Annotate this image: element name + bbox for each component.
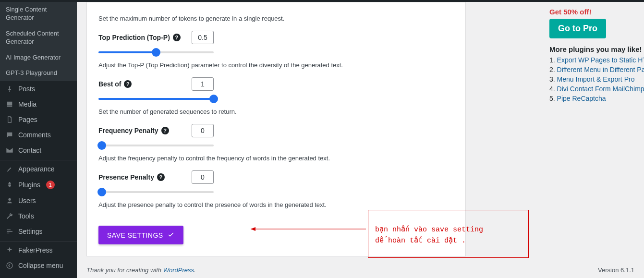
slider-freq[interactable]: [98, 142, 214, 149]
desc-best-of: Set the number of generated sequences to…: [98, 108, 457, 115]
label-pres: Presence Penalty?: [98, 173, 185, 181]
slider-best-of[interactable]: [98, 96, 214, 102]
collapse-icon: [5, 262, 14, 269]
sidebar-subitem[interactable]: Single Content Generator: [0, 2, 77, 26]
label-top-p: Top Prediction (Top-P)?: [98, 34, 185, 41]
update-badge: 1: [46, 181, 55, 189]
plugin-list-item: 3. Menu Import & Export Pro: [549, 75, 644, 83]
promo-sidebar: Get 50% off! Go to Pro More plugins you …: [549, 8, 644, 104]
sidebar-item-settings[interactable]: Settings: [0, 224, 77, 239]
help-icon[interactable]: ?: [124, 80, 132, 88]
max-tokens-desc: Set the maximum number of tokens to gene…: [98, 15, 457, 22]
sidebar-item-comments[interactable]: Comments: [0, 127, 77, 143]
sliders-icon: [5, 228, 14, 235]
plugin-link[interactable]: Pipe ReCaptcha: [557, 95, 606, 102]
sidebar-item-label: Users: [18, 197, 36, 205]
admin-sidebar: Single Content GeneratorScheduled Conten…: [0, 2, 77, 278]
spark-icon: [5, 246, 14, 254]
help-icon[interactable]: ?: [161, 127, 169, 134]
sidebar-subitem[interactable]: GPT-3 Playground: [0, 65, 77, 81]
plugin-list-item: 5. Pipe ReCaptcha: [549, 95, 644, 102]
sidebar-item-posts[interactable]: Posts: [0, 81, 77, 97]
sidebar-item-tools[interactable]: Tools: [0, 208, 77, 224]
sidebar-item-label: Tools: [18, 212, 34, 220]
promo-title: Get 50% off!: [549, 8, 644, 16]
field-frequency-penalty: Frequency Penalty?: [98, 124, 457, 149]
sidebar-item-label: Comments: [18, 131, 51, 139]
plugin-list-item: 1. Export WP Pages to Static HTML/CSS: [549, 56, 644, 64]
label-freq: Frequency Penalty?: [98, 127, 185, 134]
go-to-pro-button[interactable]: Go to Pro: [549, 19, 606, 38]
annotation-box: bạn nhấn vào save setting để hoàn tất cà…: [368, 210, 529, 258]
save-settings-button[interactable]: SAVE SETTINGS: [98, 226, 183, 244]
pin-icon: [5, 85, 14, 93]
sidebar-item-users[interactable]: Users: [0, 193, 77, 208]
desc-pres: Adjust the presence penalty to control t…: [98, 201, 457, 208]
sidebar-item-label: Collapse menu: [18, 262, 63, 269]
sidebar-item-appearance[interactable]: Appearance: [0, 160, 77, 177]
sidebar-item-label: Plugins: [18, 181, 40, 189]
help-icon[interactable]: ?: [173, 34, 181, 41]
slider-top-p[interactable]: [98, 49, 214, 56]
sidebar-item-collapse-menu[interactable]: Collapse menu: [0, 258, 77, 273]
more-plugins-title: More plugins you may like!: [549, 45, 644, 53]
sidebar-item-label: FakerPress: [18, 246, 53, 254]
input-pres[interactable]: [192, 170, 214, 184]
annotation-arrow: [251, 226, 366, 230]
desc-freq: Adjust the frequency penalty to control …: [98, 155, 457, 162]
svg-marker-2: [251, 227, 255, 231]
input-best-of[interactable]: [192, 77, 214, 91]
sidebar-item-pages[interactable]: Pages: [0, 112, 77, 127]
label-best-of: Best of?: [98, 80, 185, 88]
media-icon: [5, 100, 14, 108]
page-icon: [5, 116, 14, 123]
mail-icon: [5, 146, 14, 154]
version-text: Version 6.1.1: [598, 266, 634, 278]
plug-icon: [5, 181, 14, 189]
admin-footer: Thank you for creating with WordPress. V…: [86, 265, 644, 278]
plugin-link[interactable]: Menu Import & Export Pro: [557, 75, 635, 83]
check-icon: [167, 230, 175, 240]
desc-top-p: Adjust the Top-P (Top Prediction) parame…: [98, 61, 457, 69]
plugin-list-item: 4. Divi Contact Form MailChimp Extension: [549, 85, 644, 93]
sidebar-item-plugins[interactable]: Plugins1: [0, 177, 77, 193]
sidebar-subitem[interactable]: Scheduled Content Generator: [0, 26, 77, 50]
help-icon[interactable]: ?: [157, 173, 165, 181]
plugin-link[interactable]: Different Menu in Different Pages: [557, 66, 644, 73]
sidebar-item-label: Contact: [18, 146, 41, 154]
plugin-link[interactable]: Divi Contact Form MailChimp Extension: [557, 85, 644, 93]
field-best-of: Best of?: [98, 77, 457, 102]
user-icon: [5, 197, 14, 205]
sidebar-item-fakerpress[interactable]: FakerPress: [0, 241, 77, 258]
brush-icon: [5, 165, 14, 173]
sidebar-subitem[interactable]: AI Image Generator: [0, 50, 77, 66]
wordpress-link[interactable]: WordPress: [163, 266, 194, 274]
field-presence-penalty: Presence Penalty?: [98, 170, 457, 195]
plugin-link[interactable]: Export WP Pages to Static HTML/CSS: [557, 56, 644, 64]
wrench-icon: [5, 212, 14, 220]
sidebar-item-contact[interactable]: Contact: [0, 143, 77, 158]
sidebar-item-media[interactable]: Media: [0, 97, 77, 112]
sidebar-item-label: Pages: [18, 116, 37, 123]
slider-pres[interactable]: [98, 189, 214, 195]
field-top-p: Top Prediction (Top-P)?: [98, 31, 457, 56]
input-top-p[interactable]: [192, 31, 214, 44]
sidebar-item-label: Settings: [18, 228, 43, 235]
sidebar-item-label: Appearance: [18, 165, 55, 173]
sidebar-item-label: Media: [18, 100, 36, 108]
input-freq[interactable]: [192, 124, 214, 137]
plugin-list-item: 2. Different Menu in Different Pages: [549, 66, 644, 73]
sidebar-item-label: Posts: [18, 85, 35, 93]
svg-point-0: [7, 263, 12, 268]
comment-icon: [5, 131, 14, 139]
